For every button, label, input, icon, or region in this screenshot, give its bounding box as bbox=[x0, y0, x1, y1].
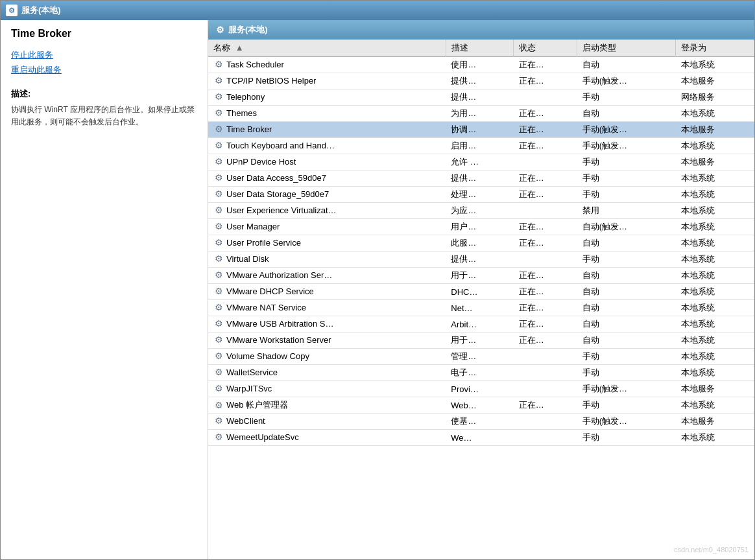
service-startup-cell: 手动(触发… bbox=[577, 73, 676, 89]
service-logon-cell: 本地系统 bbox=[676, 170, 754, 187]
service-name-text: Web 帐户管理器 bbox=[226, 399, 288, 411]
service-name-text: Time Broker bbox=[226, 124, 272, 134]
col-startup[interactable]: 启动类型 bbox=[577, 40, 676, 57]
col-desc[interactable]: 描述 bbox=[446, 40, 513, 57]
gear-icon: ⚙ bbox=[213, 124, 224, 134]
service-desc-cell: Web… bbox=[446, 397, 513, 414]
service-name-cell: ⚙Volume Shadow Copy bbox=[208, 349, 377, 363]
table-row[interactable]: ⚙Touch Keyboard and Hand…启用…正在…手动(触发…本地系… bbox=[208, 138, 754, 154]
service-logon-cell: 本地系统 bbox=[676, 268, 754, 284]
table-row[interactable]: ⚙Virtual Disk提供…手动本地系统 bbox=[208, 251, 754, 268]
service-name-cell: ⚙WemeetUpdateSvc bbox=[208, 430, 377, 444]
col-name[interactable]: 名称 ▲ bbox=[208, 40, 446, 57]
service-startup-cell: 自动 bbox=[577, 284, 676, 300]
services-panel-header: ⚙ 服务(本地) bbox=[208, 20, 754, 40]
gear-icon: ⚙ bbox=[213, 400, 224, 410]
sort-arrow: ▲ bbox=[235, 43, 244, 52]
service-name-text: VMware Workstation Server bbox=[226, 335, 331, 345]
table-row[interactable]: ⚙User Manager用户…正在…自动(触发…本地系统 bbox=[208, 219, 754, 235]
stop-service-link[interactable]: 停止此服务 bbox=[11, 47, 197, 62]
gear-icon: ⚙ bbox=[213, 432, 224, 442]
service-desc-cell: 使基… bbox=[446, 414, 513, 430]
service-status-cell bbox=[514, 414, 577, 430]
service-startup-cell: 自动(触发… bbox=[577, 219, 676, 235]
service-name-cell: ⚙User Data Access_59d0e7 bbox=[208, 170, 377, 185]
service-name-text: User Data Storage_59d0e7 bbox=[226, 189, 329, 199]
service-startup-cell: 手动(触发… bbox=[577, 414, 676, 430]
title-bar: ⚙ 服务(本地) bbox=[1, 1, 754, 20]
table-row[interactable]: ⚙Telephony提供…手动网络服务 bbox=[208, 89, 754, 106]
service-desc-cell: Net… bbox=[446, 300, 513, 316]
table-row[interactable]: ⚙User Data Access_59d0e7提供…正在…手动本地系统 bbox=[208, 170, 754, 187]
services-header-title: 服务(本地) bbox=[228, 24, 268, 36]
table-row[interactable]: ⚙VMware NAT ServiceNet…正在…自动本地系统 bbox=[208, 300, 754, 316]
gear-icon: ⚙ bbox=[213, 108, 224, 118]
service-name-text: User Experience Virtualizat… bbox=[226, 205, 337, 215]
service-logon-cell: 本地服务 bbox=[676, 122, 754, 138]
gear-icon: ⚙ bbox=[213, 205, 224, 215]
table-row[interactable]: ⚙Web 帐户管理器Web…正在…手动本地系统 bbox=[208, 397, 754, 414]
service-status-cell bbox=[514, 251, 577, 268]
service-name-text: VMware NAT Service bbox=[226, 303, 306, 312]
service-logon-cell: 本地服务 bbox=[676, 154, 754, 170]
gear-icon: ⚙ bbox=[213, 253, 224, 264]
service-startup-cell: 手动(触发… bbox=[577, 122, 676, 138]
service-name-cell: ⚙VMware USB Arbitration S… bbox=[208, 316, 377, 331]
service-name-text: Touch Keyboard and Hand… bbox=[226, 141, 335, 150]
description-label: 描述: bbox=[11, 88, 197, 100]
service-startup-cell: 手动 bbox=[577, 430, 676, 446]
gear-icon: ⚙ bbox=[213, 156, 224, 167]
service-startup-cell: 自动 bbox=[577, 57, 676, 73]
service-desc-cell: 提供… bbox=[446, 89, 513, 106]
table-row[interactable]: ⚙UPnP Device Host允许 …手动本地服务 bbox=[208, 154, 754, 170]
service-logon-cell: 本地系统 bbox=[676, 284, 754, 300]
table-row[interactable]: ⚙Themes为用…正在…自动本地系统 bbox=[208, 106, 754, 122]
table-row[interactable]: ⚙VMware DHCP ServiceDHC…正在…自动本地系统 bbox=[208, 284, 754, 300]
col-status[interactable]: 状态 bbox=[514, 40, 577, 57]
table-row[interactable]: ⚙WarpJITSvcProvi…手动(触发…本地服务 bbox=[208, 381, 754, 397]
gear-icon: ⚙ bbox=[213, 334, 224, 345]
service-name-cell: ⚙Task Scheduler bbox=[208, 57, 377, 71]
service-status-cell: 正在… bbox=[514, 219, 577, 235]
table-container[interactable]: 名称 ▲ 描述 状态 启动类型 登录为 ⚙Task Scheduler使用…正在… bbox=[208, 40, 754, 555]
service-startup-cell: 手动 bbox=[577, 397, 676, 414]
service-name-text: Volume Shadow Copy bbox=[226, 351, 309, 361]
service-name-text: VMware DHCP Service bbox=[226, 286, 314, 296]
service-startup-cell: 手动 bbox=[577, 365, 676, 381]
gear-icon: ⚙ bbox=[213, 91, 224, 102]
service-logon-cell: 本地系统 bbox=[676, 219, 754, 235]
table-row[interactable]: ⚙WebClient使基…手动(触发…本地服务 bbox=[208, 414, 754, 430]
table-row[interactable]: ⚙WalletService电子…手动本地系统 bbox=[208, 365, 754, 381]
service-desc-cell: 电子… bbox=[446, 365, 513, 381]
col-logon[interactable]: 登录为 bbox=[676, 40, 754, 57]
service-name-text: WemeetUpdateSvc bbox=[226, 432, 299, 442]
right-panel[interactable]: ⚙ 服务(本地) 名称 ▲ 描述 状态 启动类型 登录为 ⚙ bbox=[208, 20, 754, 559]
table-row[interactable]: ⚙WemeetUpdateSvcWe…手动本地系统 bbox=[208, 430, 754, 446]
table-row[interactable]: ⚙VMware Workstation Server用于…正在…自动本地系统 bbox=[208, 332, 754, 349]
gear-icon: ⚙ bbox=[213, 75, 224, 86]
service-logon-cell: 本地系统 bbox=[676, 397, 754, 414]
service-logon-cell: 本地服务 bbox=[676, 414, 754, 430]
service-name-cell: ⚙User Manager bbox=[208, 219, 377, 233]
table-row[interactable]: ⚙Task Scheduler使用…正在…自动本地系统 bbox=[208, 57, 754, 73]
table-row[interactable]: ⚙User Data Storage_59d0e7处理…正在…手动本地系统 bbox=[208, 187, 754, 203]
service-logon-cell: 本地系统 bbox=[676, 138, 754, 154]
table-row[interactable]: ⚙User Experience Virtualizat…为应…禁用本地系统 bbox=[208, 203, 754, 219]
table-row[interactable]: ⚙VMware Authorization Ser…用于…正在…自动本地系统 bbox=[208, 268, 754, 284]
gear-icon: ⚙ bbox=[213, 140, 224, 150]
service-status-cell: 正在… bbox=[514, 284, 577, 300]
restart-service-link[interactable]: 重启动此服务 bbox=[11, 62, 197, 77]
table-row[interactable]: ⚙TCP/IP NetBIOS Helper提供…正在…手动(触发…本地服务 bbox=[208, 73, 754, 89]
service-status-cell: 正在… bbox=[514, 57, 577, 73]
gear-icon: ⚙ bbox=[213, 237, 224, 248]
service-logon-cell: 网络服务 bbox=[676, 89, 754, 106]
service-logon-cell: 本地系统 bbox=[676, 57, 754, 73]
service-name-cell: ⚙VMware DHCP Service bbox=[208, 284, 377, 298]
table-row[interactable]: ⚙VMware USB Arbitration S…Arbit…正在…自动本地系… bbox=[208, 316, 754, 332]
service-status-cell: 正在… bbox=[514, 106, 577, 122]
service-name-text: WebClient bbox=[226, 416, 265, 426]
table-row[interactable]: ⚙Time Broker协调…正在…手动(触发…本地服务 bbox=[208, 122, 754, 138]
table-row[interactable]: ⚙Volume Shadow Copy管理…手动本地系统 bbox=[208, 349, 754, 365]
service-name-cell: ⚙Telephony bbox=[208, 89, 377, 104]
table-row[interactable]: ⚙User Profile Service此服…正在…自动本地系统 bbox=[208, 235, 754, 251]
